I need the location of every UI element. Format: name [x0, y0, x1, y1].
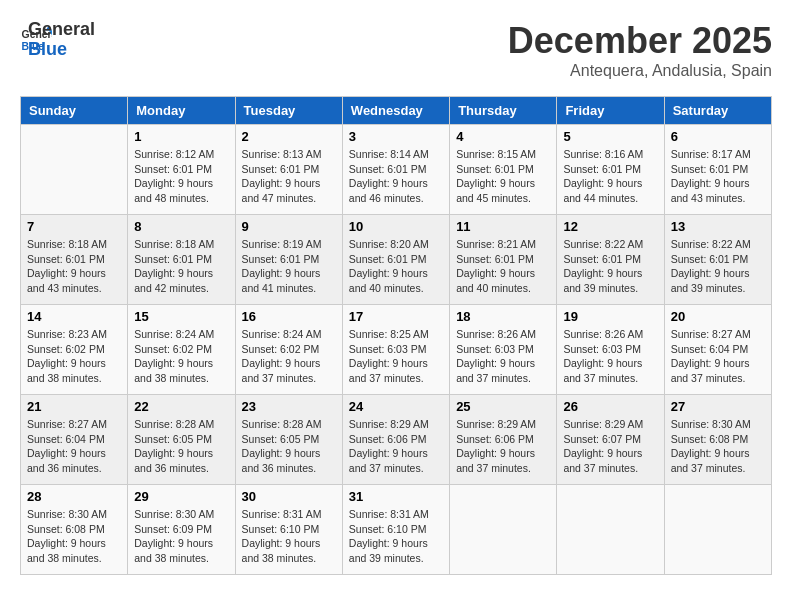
day-info: Sunrise: 8:20 AMSunset: 6:01 PMDaylight:…: [349, 237, 443, 296]
calendar-cell: 15Sunrise: 8:24 AMSunset: 6:02 PMDayligh…: [128, 305, 235, 395]
day-info: Sunrise: 8:24 AMSunset: 6:02 PMDaylight:…: [134, 327, 228, 386]
calendar-cell: 18Sunrise: 8:26 AMSunset: 6:03 PMDayligh…: [450, 305, 557, 395]
calendar-cell: 23Sunrise: 8:28 AMSunset: 6:05 PMDayligh…: [235, 395, 342, 485]
calendar-cell: 30Sunrise: 8:31 AMSunset: 6:10 PMDayligh…: [235, 485, 342, 575]
calendar-week-row: 1Sunrise: 8:12 AMSunset: 6:01 PMDaylight…: [21, 125, 772, 215]
title-area: December 2025 Antequera, Andalusia, Spai…: [508, 20, 772, 80]
calendar-cell: [21, 125, 128, 215]
calendar-cell: 17Sunrise: 8:25 AMSunset: 6:03 PMDayligh…: [342, 305, 449, 395]
calendar-cell: 29Sunrise: 8:30 AMSunset: 6:09 PMDayligh…: [128, 485, 235, 575]
calendar-week-row: 14Sunrise: 8:23 AMSunset: 6:02 PMDayligh…: [21, 305, 772, 395]
day-number: 31: [349, 489, 443, 504]
logo-blue-text: Blue: [28, 40, 95, 60]
calendar-cell: [450, 485, 557, 575]
day-number: 10: [349, 219, 443, 234]
day-number: 29: [134, 489, 228, 504]
calendar-week-row: 7Sunrise: 8:18 AMSunset: 6:01 PMDaylight…: [21, 215, 772, 305]
calendar-cell: 7Sunrise: 8:18 AMSunset: 6:01 PMDaylight…: [21, 215, 128, 305]
day-number: 8: [134, 219, 228, 234]
calendar-cell: 12Sunrise: 8:22 AMSunset: 6:01 PMDayligh…: [557, 215, 664, 305]
calendar-cell: 20Sunrise: 8:27 AMSunset: 6:04 PMDayligh…: [664, 305, 771, 395]
calendar-cell: [664, 485, 771, 575]
day-number: 6: [671, 129, 765, 144]
weekday-header-sunday: Sunday: [21, 97, 128, 125]
weekday-header-row: SundayMondayTuesdayWednesdayThursdayFrid…: [21, 97, 772, 125]
day-number: 7: [27, 219, 121, 234]
calendar-week-row: 21Sunrise: 8:27 AMSunset: 6:04 PMDayligh…: [21, 395, 772, 485]
day-info: Sunrise: 8:14 AMSunset: 6:01 PMDaylight:…: [349, 147, 443, 206]
calendar-cell: 13Sunrise: 8:22 AMSunset: 6:01 PMDayligh…: [664, 215, 771, 305]
day-number: 18: [456, 309, 550, 324]
calendar-cell: [557, 485, 664, 575]
day-info: Sunrise: 8:31 AMSunset: 6:10 PMDaylight:…: [349, 507, 443, 566]
calendar-cell: 24Sunrise: 8:29 AMSunset: 6:06 PMDayligh…: [342, 395, 449, 485]
day-number: 13: [671, 219, 765, 234]
day-info: Sunrise: 8:22 AMSunset: 6:01 PMDaylight:…: [671, 237, 765, 296]
day-info: Sunrise: 8:13 AMSunset: 6:01 PMDaylight:…: [242, 147, 336, 206]
month-title: December 2025: [508, 20, 772, 62]
calendar-cell: 31Sunrise: 8:31 AMSunset: 6:10 PMDayligh…: [342, 485, 449, 575]
weekday-header-thursday: Thursday: [450, 97, 557, 125]
day-number: 24: [349, 399, 443, 414]
weekday-header-friday: Friday: [557, 97, 664, 125]
header: General Blue General Blue December 2025 …: [20, 20, 772, 80]
day-number: 11: [456, 219, 550, 234]
day-info: Sunrise: 8:18 AMSunset: 6:01 PMDaylight:…: [27, 237, 121, 296]
day-info: Sunrise: 8:30 AMSunset: 6:08 PMDaylight:…: [671, 417, 765, 476]
day-info: Sunrise: 8:30 AMSunset: 6:09 PMDaylight:…: [134, 507, 228, 566]
day-info: Sunrise: 8:27 AMSunset: 6:04 PMDaylight:…: [27, 417, 121, 476]
weekday-header-saturday: Saturday: [664, 97, 771, 125]
day-info: Sunrise: 8:24 AMSunset: 6:02 PMDaylight:…: [242, 327, 336, 386]
day-number: 22: [134, 399, 228, 414]
day-info: Sunrise: 8:28 AMSunset: 6:05 PMDaylight:…: [134, 417, 228, 476]
day-number: 27: [671, 399, 765, 414]
calendar-cell: 8Sunrise: 8:18 AMSunset: 6:01 PMDaylight…: [128, 215, 235, 305]
day-number: 23: [242, 399, 336, 414]
day-number: 26: [563, 399, 657, 414]
weekday-header-wednesday: Wednesday: [342, 97, 449, 125]
calendar-cell: 28Sunrise: 8:30 AMSunset: 6:08 PMDayligh…: [21, 485, 128, 575]
calendar-cell: 1Sunrise: 8:12 AMSunset: 6:01 PMDaylight…: [128, 125, 235, 215]
calendar-cell: 21Sunrise: 8:27 AMSunset: 6:04 PMDayligh…: [21, 395, 128, 485]
day-number: 20: [671, 309, 765, 324]
day-info: Sunrise: 8:18 AMSunset: 6:01 PMDaylight:…: [134, 237, 228, 296]
calendar-cell: 3Sunrise: 8:14 AMSunset: 6:01 PMDaylight…: [342, 125, 449, 215]
calendar-cell: 5Sunrise: 8:16 AMSunset: 6:01 PMDaylight…: [557, 125, 664, 215]
calendar-cell: 19Sunrise: 8:26 AMSunset: 6:03 PMDayligh…: [557, 305, 664, 395]
day-number: 30: [242, 489, 336, 504]
calendar-cell: 2Sunrise: 8:13 AMSunset: 6:01 PMDaylight…: [235, 125, 342, 215]
day-number: 3: [349, 129, 443, 144]
logo-general-text: General: [28, 20, 95, 40]
day-number: 5: [563, 129, 657, 144]
day-info: Sunrise: 8:29 AMSunset: 6:06 PMDaylight:…: [349, 417, 443, 476]
day-number: 19: [563, 309, 657, 324]
day-info: Sunrise: 8:19 AMSunset: 6:01 PMDaylight:…: [242, 237, 336, 296]
day-info: Sunrise: 8:30 AMSunset: 6:08 PMDaylight:…: [27, 507, 121, 566]
calendar-week-row: 28Sunrise: 8:30 AMSunset: 6:08 PMDayligh…: [21, 485, 772, 575]
day-number: 15: [134, 309, 228, 324]
day-number: 25: [456, 399, 550, 414]
calendar-cell: 22Sunrise: 8:28 AMSunset: 6:05 PMDayligh…: [128, 395, 235, 485]
calendar-cell: 4Sunrise: 8:15 AMSunset: 6:01 PMDaylight…: [450, 125, 557, 215]
day-info: Sunrise: 8:31 AMSunset: 6:10 PMDaylight:…: [242, 507, 336, 566]
day-number: 21: [27, 399, 121, 414]
day-info: Sunrise: 8:16 AMSunset: 6:01 PMDaylight:…: [563, 147, 657, 206]
day-number: 9: [242, 219, 336, 234]
calendar-cell: 25Sunrise: 8:29 AMSunset: 6:06 PMDayligh…: [450, 395, 557, 485]
day-number: 2: [242, 129, 336, 144]
day-info: Sunrise: 8:25 AMSunset: 6:03 PMDaylight:…: [349, 327, 443, 386]
calendar-cell: 10Sunrise: 8:20 AMSunset: 6:01 PMDayligh…: [342, 215, 449, 305]
day-number: 4: [456, 129, 550, 144]
weekday-header-monday: Monday: [128, 97, 235, 125]
day-info: Sunrise: 8:28 AMSunset: 6:05 PMDaylight:…: [242, 417, 336, 476]
day-info: Sunrise: 8:15 AMSunset: 6:01 PMDaylight:…: [456, 147, 550, 206]
day-info: Sunrise: 8:12 AMSunset: 6:01 PMDaylight:…: [134, 147, 228, 206]
weekday-header-tuesday: Tuesday: [235, 97, 342, 125]
day-info: Sunrise: 8:26 AMSunset: 6:03 PMDaylight:…: [563, 327, 657, 386]
day-number: 28: [27, 489, 121, 504]
day-info: Sunrise: 8:22 AMSunset: 6:01 PMDaylight:…: [563, 237, 657, 296]
day-number: 16: [242, 309, 336, 324]
calendar-cell: 9Sunrise: 8:19 AMSunset: 6:01 PMDaylight…: [235, 215, 342, 305]
day-info: Sunrise: 8:29 AMSunset: 6:07 PMDaylight:…: [563, 417, 657, 476]
day-number: 17: [349, 309, 443, 324]
